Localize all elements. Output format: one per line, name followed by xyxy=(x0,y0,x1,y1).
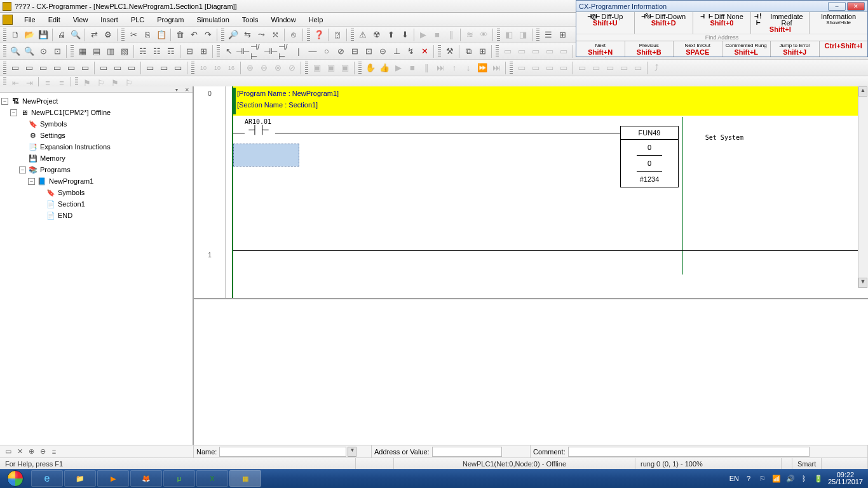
tree-prog-symbols[interactable]: Symbols xyxy=(58,189,85,196)
prop-btn-1[interactable]: ▭ xyxy=(3,446,14,458)
online-button[interactable]: ⚠ xyxy=(356,28,370,42)
ff-button[interactable]: ⏩ xyxy=(475,61,489,75)
bld2[interactable]: ▣ xyxy=(324,61,338,75)
tree-plc[interactable]: NewPLC1[CPM2*] Offline xyxy=(31,109,111,116)
step5-button[interactable]: ▭ xyxy=(64,61,78,75)
find-button[interactable]: 🔎 xyxy=(226,28,240,42)
hand-button[interactable]: ✋ xyxy=(363,61,377,75)
task-explorer[interactable]: 📁 xyxy=(64,470,96,487)
tray-action-icon[interactable]: ⚐ xyxy=(758,474,767,483)
menu-simulation[interactable]: Simulation xyxy=(190,15,235,25)
findprev-button[interactable]: ⤲ xyxy=(268,28,282,42)
redo-button[interactable]: ↷ xyxy=(201,28,215,42)
menu-help[interactable]: Help xyxy=(302,15,330,25)
menu-tools[interactable]: Tools xyxy=(236,15,265,25)
run-button[interactable]: ▶ xyxy=(416,28,430,42)
coil-tool[interactable]: ○ xyxy=(320,44,334,58)
stepdn-button[interactable]: ↓ xyxy=(461,61,475,75)
step6-button[interactable]: ▭ xyxy=(78,61,92,75)
new-button[interactable]: 🗋 xyxy=(8,28,22,42)
mon2[interactable]: ▭ xyxy=(529,61,543,75)
net-button-2[interactable]: ⊞ xyxy=(555,28,569,42)
xref-button[interactable]: ⧉ xyxy=(461,44,475,58)
view5-button[interactable]: ☷ xyxy=(150,44,164,58)
compile-button[interactable]: ⚒ xyxy=(443,44,457,58)
del-tool[interactable]: ✕ xyxy=(417,44,431,58)
prop-btn-5[interactable]: ≡ xyxy=(48,446,60,458)
task-ie[interactable]: e xyxy=(31,470,63,487)
view4-button[interactable]: ☵ xyxy=(136,44,150,58)
select-tool[interactable]: ↖ xyxy=(222,44,236,58)
selection-cursor[interactable] xyxy=(233,144,299,166)
preview-button[interactable]: 🔍 xyxy=(69,28,83,42)
view1-button[interactable]: ▤ xyxy=(90,44,104,58)
task-cxprogrammer[interactable]: ▦ xyxy=(229,470,261,487)
contact-nc-tool[interactable]: ⊣/⊢ xyxy=(250,44,264,58)
net-button[interactable]: ☰ xyxy=(541,28,555,42)
coilnc-tool[interactable]: ⊘ xyxy=(334,44,348,58)
stepup-button[interactable]: ↑ xyxy=(447,61,461,75)
comment-input[interactable] xyxy=(568,447,810,457)
vline-tool[interactable]: | xyxy=(292,44,306,58)
zoom100-button[interactable]: ⊙ xyxy=(36,44,50,58)
prop-btn-2[interactable]: ✕ xyxy=(14,446,25,458)
help-button[interactable]: ❓ xyxy=(312,28,326,42)
print-button[interactable]: 🖨 xyxy=(55,28,69,42)
watch-button[interactable]: 👁 xyxy=(477,28,491,42)
menu-program[interactable]: Program xyxy=(151,15,190,25)
stop-button[interactable]: ■ xyxy=(430,28,444,42)
step4-button[interactable]: ▭ xyxy=(50,61,64,75)
trace-button[interactable]: ≋ xyxy=(463,28,477,42)
zoomfit-button[interactable]: ⊡ xyxy=(50,44,64,58)
menu-edit[interactable]: Edit xyxy=(42,15,67,25)
dbg-d[interactable]: ⊘ xyxy=(285,61,299,75)
tree-program[interactable]: NewProgram1 xyxy=(49,177,93,185)
menu-plc[interactable]: PLC xyxy=(125,15,151,25)
bld3[interactable]: ▣ xyxy=(338,61,352,75)
mon9[interactable]: ▭ xyxy=(631,61,645,75)
mon7[interactable]: ▭ xyxy=(603,61,617,75)
prop-btn-3[interactable]: ⊕ xyxy=(25,446,37,458)
tree-expansion[interactable]: Expansion Instructions xyxy=(40,143,111,151)
step3-button[interactable]: ▭ xyxy=(36,61,50,75)
zoomout-button[interactable]: 🔍 xyxy=(22,44,36,58)
not-tool[interactable]: ⊝ xyxy=(376,44,390,58)
contact-ar1001[interactable]: AR10.01 ─┤ ├─ xyxy=(245,118,271,135)
step2-button[interactable]: ▭ xyxy=(22,61,36,75)
sim-button-2[interactable]: ◨ xyxy=(516,28,530,42)
ladder-diagram[interactable]: 0 1 [Program Name : NewProgram1] [Sectio… xyxy=(194,86,868,298)
sim-button[interactable]: ◧ xyxy=(502,28,516,42)
dbg-a[interactable]: ⊕ xyxy=(243,61,257,75)
task-excel[interactable]: X xyxy=(196,470,228,487)
pause-button[interactable]: ‖ xyxy=(444,28,458,42)
dbg-16[interactable]: 16 xyxy=(224,61,238,75)
tray-lang[interactable]: EN xyxy=(729,475,739,482)
tree-settings[interactable]: Settings xyxy=(40,132,65,139)
view8-button[interactable]: ⊞ xyxy=(196,44,210,58)
view2-button[interactable]: ▥ xyxy=(104,44,118,58)
contact-or-tool[interactable]: ⊣⊢ xyxy=(264,44,278,58)
paste-button[interactable]: 📋 xyxy=(154,28,168,42)
mon6[interactable]: ▭ xyxy=(589,61,603,75)
sect2-button[interactable]: ▭ xyxy=(515,44,529,58)
delete-button[interactable]: 🗑 xyxy=(173,28,187,42)
fun-tool[interactable]: ⊟ xyxy=(348,44,362,58)
step11-button[interactable]: ▭ xyxy=(157,61,171,75)
step10-button[interactable]: ▭ xyxy=(143,61,157,75)
sect3-button[interactable]: ▭ xyxy=(529,44,543,58)
view6-button[interactable]: ☶ xyxy=(164,44,178,58)
sect1-button[interactable]: ▭ xyxy=(501,44,515,58)
tree-memory[interactable]: Memory xyxy=(40,154,65,162)
tray-help-icon[interactable]: ? xyxy=(744,474,753,483)
task-wmp[interactable]: ▶ xyxy=(97,470,129,487)
name-input[interactable] xyxy=(219,447,346,457)
tray-bat-icon[interactable]: 🔋 xyxy=(814,474,823,483)
tray-vol-icon[interactable]: 🔊 xyxy=(786,474,795,483)
hline-tool[interactable]: — xyxy=(306,44,320,58)
zoomin-button[interactable]: 🔍 xyxy=(8,44,22,58)
start-button[interactable] xyxy=(0,469,31,488)
tree-end[interactable]: END xyxy=(58,212,72,219)
mon4[interactable]: ▭ xyxy=(557,61,571,75)
pane-close-icon[interactable]: ✕ xyxy=(182,87,191,92)
undo-button[interactable]: ↶ xyxy=(187,28,201,42)
